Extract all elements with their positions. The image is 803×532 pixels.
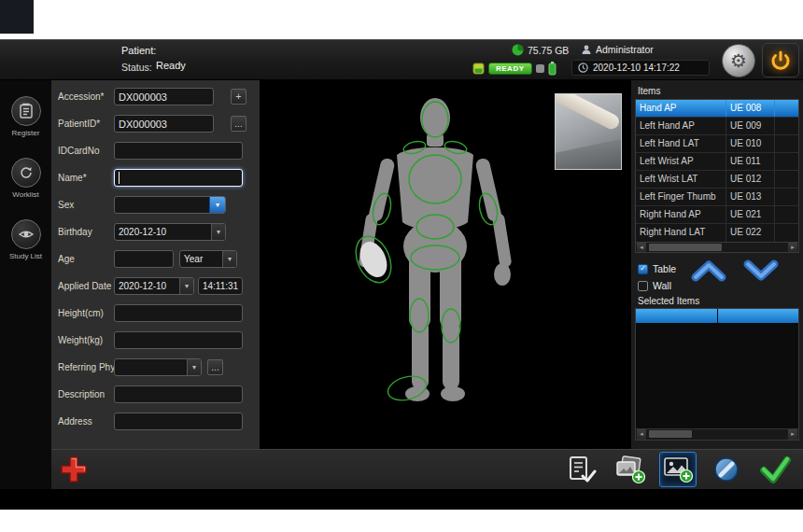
chevron-down-icon[interactable]: ▾ [209, 197, 225, 213]
birthday-select[interactable]: 2020-12-10 ▾ [114, 223, 226, 241]
green-check-icon [758, 455, 792, 484]
age-row: Age Year ▾ [51, 245, 260, 273]
add-study-button[interactable] [611, 452, 648, 487]
items-scrollbar[interactable]: ◄ ► [635, 242, 799, 253]
wall-checkbox[interactable]: Wall [638, 280, 671, 291]
status-label: Status: [121, 62, 152, 73]
age-input[interactable] [114, 250, 174, 268]
applied-date-row: Applied Date 2020-12-10 ▾ 14:11:31 [51, 273, 260, 300]
move-down-button[interactable] [741, 259, 781, 285]
selected-items-scrollbar[interactable]: ◄ ► [636, 428, 798, 440]
height-label: Height(cm) [58, 308, 114, 318]
items-list: Hand AP UE 008 Left Hand AP UE 009 Left … [635, 99, 799, 243]
scroll-left-icon[interactable]: ◄ [636, 243, 647, 252]
selected-items-column [636, 309, 717, 323]
age-unit-select[interactable]: Year ▾ [179, 250, 237, 268]
birthday-label: Birthday [58, 227, 114, 237]
patient-label: Patient: [121, 45, 156, 56]
referring-physician-browse-button[interactable]: ... [207, 359, 223, 375]
chevron-down-icon[interactable]: ▾ [187, 359, 201, 375]
id-card-input[interactable] [114, 142, 243, 160]
scroll-left-icon[interactable]: ◄ [636, 429, 647, 440]
add-view-button[interactable] [659, 452, 697, 487]
settings-button[interactable]: ⚙ [722, 44, 755, 77]
list-item[interactable]: Right Hand AP UE 021 [636, 206, 798, 224]
scroll-right-icon[interactable]: ► [787, 429, 798, 440]
prohibit-icon [711, 455, 741, 484]
scroll-thumb[interactable] [649, 244, 722, 251]
detector-status-icon [472, 63, 485, 75]
clock-icon [578, 63, 588, 73]
left-sidebar: Register Worklist Study [0, 80, 51, 489]
patient-id-input[interactable] [114, 115, 214, 133]
accession-generate-button[interactable]: + [231, 89, 247, 105]
items-panel: Items Hand AP UE 008 Left Hand AP UE 009… [631, 80, 803, 449]
applied-date-select[interactable]: 2020-12-10 ▾ [114, 277, 194, 295]
list-item[interactable]: Left Hand LAT UE 010 [636, 135, 798, 153]
worklist-icon [11, 158, 41, 188]
emergency-patient-button[interactable] [55, 452, 92, 487]
sidebar-item-label: Study List [0, 252, 51, 260]
address-input[interactable] [114, 413, 243, 430]
power-button[interactable] [762, 43, 799, 77]
patient-id-label: PatientID* [58, 119, 114, 129]
weight-input[interactable] [114, 331, 243, 349]
selected-items-table[interactable]: ◄ ► [635, 308, 799, 441]
list-item[interactable]: Right Hand LAT UE 022 [636, 224, 798, 242]
scroll-thumb[interactable] [649, 430, 692, 438]
chevron-down-icon[interactable]: ▾ [179, 278, 193, 294]
sidebar-item-label: Worklist [0, 190, 51, 199]
address-label: Address [58, 416, 114, 427]
table-checkbox[interactable]: ✓ Table [638, 263, 676, 274]
description-label: Description [58, 389, 114, 399]
sidebar-item-register[interactable]: Register [0, 96, 51, 137]
photos-add-icon [613, 455, 646, 484]
device-status-group: READY [472, 62, 556, 76]
study-list-icon [11, 219, 41, 249]
chevron-down-icon[interactable]: ▾ [211, 224, 225, 240]
bottom-toolbar [51, 449, 803, 489]
selected-items-header [636, 309, 798, 323]
text-caret [119, 172, 120, 184]
description-input[interactable] [114, 385, 243, 403]
weight-row: Weight(kg) [51, 327, 260, 354]
cancel-button[interactable] [708, 452, 745, 487]
chevron-down-icon[interactable]: ▾ [222, 251, 236, 267]
sidebar-item-study-list[interactable]: Study List [0, 219, 51, 260]
address-row: Address [51, 408, 260, 435]
patient-id-browse-button[interactable]: ... [231, 116, 247, 132]
applied-time-value[interactable]: 14:11:31 [198, 277, 243, 295]
user-icon [581, 44, 592, 55]
accession-label: Accession* [58, 91, 114, 102]
list-item[interactable]: Hand AP UE 008 [636, 100, 798, 118]
accession-input[interactable] [114, 88, 214, 105]
sex-select[interactable]: ▾ [114, 196, 226, 214]
list-item[interactable]: Left Wrist LAT UE 012 [636, 171, 798, 189]
referring-physician-label: Referring Phy [58, 362, 114, 372]
image-add-icon [662, 455, 694, 483]
move-up-button[interactable] [689, 259, 728, 285]
bottom-strip [0, 489, 803, 510]
sex-label: Sex [58, 200, 114, 210]
list-item[interactable]: Left Hand AP UE 009 [636, 118, 798, 135]
selected-items-column [718, 309, 798, 323]
name-input[interactable] [114, 169, 243, 187]
sidebar-item-worklist[interactable]: Worklist [0, 158, 51, 199]
link-status-icon [536, 64, 544, 73]
referring-physician-select[interactable]: ▾ [114, 358, 202, 376]
current-user: Administrator [581, 44, 657, 55]
list-item[interactable]: Left Wrist AP UE 011 [636, 153, 798, 171]
items-title: Items [638, 86, 660, 96]
height-input[interactable] [114, 304, 243, 322]
id-card-row: IDCardNo [51, 137, 260, 164]
apply-worklist-button[interactable] [562, 452, 599, 487]
sex-row: Sex ▾ [51, 191, 260, 218]
toolbar-actions [562, 452, 803, 487]
scroll-right-icon[interactable]: ► [787, 243, 798, 252]
header-bar: Patient: Status: Ready 75.75 GB Administ… [0, 40, 803, 80]
confirm-button[interactable] [756, 452, 794, 487]
age-label: Age [58, 254, 114, 264]
list-item[interactable]: Left Finger Thumb UE 013 [636, 189, 798, 206]
birthday-row: Birthday 2020-12-10 ▾ [51, 218, 260, 245]
checkbox-checked-icon: ✓ [638, 264, 648, 274]
